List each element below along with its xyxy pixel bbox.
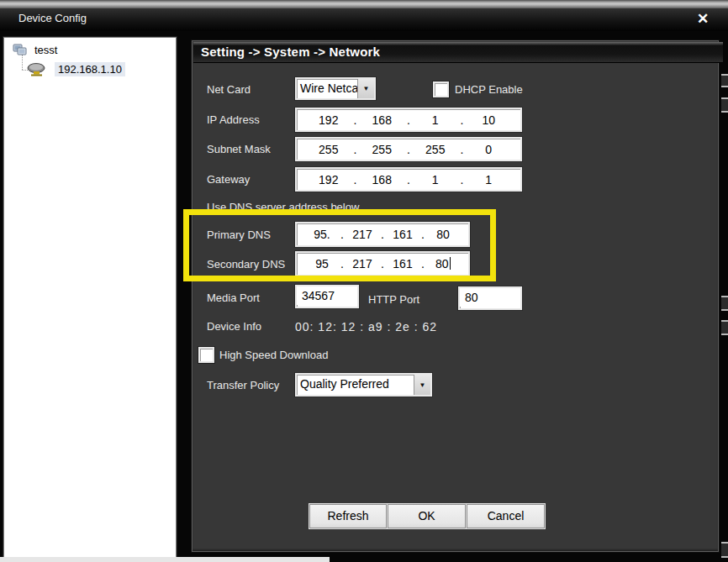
transfer-policy-dropdown[interactable]: Quality Preferred ▼ bbox=[295, 373, 432, 397]
close-icon[interactable]: ✕ bbox=[693, 10, 713, 29]
net-card-label: Net Card bbox=[207, 83, 251, 96]
device-info-label: Device Info bbox=[207, 320, 261, 333]
ip-octet: 168 bbox=[359, 173, 406, 186]
ip-octet: 95. bbox=[305, 228, 339, 241]
tree-item-device[interactable]: 192.168.1.10 bbox=[26, 60, 125, 78]
octet-separator: . bbox=[405, 173, 412, 186]
breadcrumb-header: Setting -> System -> Network bbox=[193, 42, 723, 63]
ip-address-field[interactable]: 192. 168. 1. 10 bbox=[295, 108, 522, 132]
octet-separator: . bbox=[352, 173, 359, 186]
clipped-edge-fragment bbox=[721, 320, 728, 335]
window-bottom-edge bbox=[0, 557, 330, 562]
ip-octet: 192 bbox=[305, 173, 352, 186]
ip-octet: 1 bbox=[412, 173, 459, 186]
dns-note-label: Use DNS server address below bbox=[207, 201, 359, 213]
ip-octet: 217 bbox=[346, 257, 379, 270]
octet-separator: . bbox=[459, 173, 466, 186]
net-card-value: Wire Netcard bbox=[297, 79, 357, 98]
tree-device-label: 192.168.1.10 bbox=[55, 62, 125, 76]
secondary-dns-label: Secondary DNS bbox=[207, 258, 285, 270]
tree-item-group[interactable]: tesst bbox=[13, 42, 57, 57]
refresh-button[interactable]: Refresh bbox=[309, 504, 387, 528]
octet-separator: . bbox=[405, 113, 412, 127]
device-group-icon bbox=[13, 44, 28, 56]
device-tree-panel: tesst 192.168.1.10 bbox=[3, 37, 177, 559]
transfer-policy-label: Transfer Policy bbox=[207, 379, 279, 391]
ip-octet: 95 bbox=[305, 257, 339, 270]
clipped-edge-fragment bbox=[721, 296, 728, 311]
network-settings-panel: Setting -> System -> Network Net Card Wi… bbox=[192, 40, 719, 552]
window-top-gloss bbox=[0, 0, 728, 8]
primary-dns-label: Primary DNS bbox=[207, 228, 271, 241]
octet-separator: . bbox=[352, 113, 359, 127]
ip-octet: 80 bbox=[426, 257, 460, 270]
octet-separator: . bbox=[379, 228, 386, 241]
octet-separator: . bbox=[405, 143, 412, 156]
device-info-value: 00: 12: 12 : a9 : 2e : 62 bbox=[295, 320, 437, 334]
ip-octet: 217 bbox=[346, 228, 379, 241]
device-icon bbox=[26, 62, 48, 76]
clipped-edge-fragment bbox=[721, 97, 728, 113]
net-card-dropdown[interactable]: Wire Netcard ▼ bbox=[295, 77, 376, 100]
octet-separator: . bbox=[339, 228, 346, 241]
octet-separator: . bbox=[459, 113, 466, 127]
octet-separator: . bbox=[339, 257, 346, 270]
chevron-down-icon[interactable]: ▼ bbox=[414, 375, 430, 395]
dhcp-checkbox[interactable] bbox=[433, 81, 449, 97]
ip-address-label: IP Address bbox=[207, 113, 260, 126]
chevron-down-icon[interactable]: ▼ bbox=[357, 79, 374, 98]
high-speed-download-checkbox[interactable] bbox=[198, 347, 214, 363]
octet-separator: . bbox=[459, 143, 466, 156]
http-port-input[interactable] bbox=[460, 288, 520, 307]
ip-octet: 80 bbox=[426, 228, 460, 241]
ip-octet: 0 bbox=[466, 143, 513, 156]
ip-octet: 161 bbox=[386, 257, 419, 270]
ip-octet: 255 bbox=[359, 143, 406, 156]
clipped-edge-fragment bbox=[721, 74, 728, 87]
subnet-mask-label: Subnet Mask bbox=[207, 143, 271, 155]
clipped-edge-fragment bbox=[721, 542, 728, 558]
http-port-field-frame bbox=[458, 286, 522, 310]
media-port-field-frame bbox=[295, 285, 359, 308]
http-port-label: HTTP Port bbox=[368, 293, 419, 306]
tree-group-label: tesst bbox=[34, 44, 57, 56]
cancel-button[interactable]: Cancel bbox=[467, 504, 545, 528]
media-port-input[interactable] bbox=[297, 286, 357, 305]
ip-octet: 1 bbox=[412, 113, 459, 127]
ip-octet: 168 bbox=[359, 113, 406, 127]
octet-separator: . bbox=[379, 257, 386, 270]
octet-separator: . bbox=[352, 143, 359, 156]
ip-octet: 1 bbox=[466, 173, 513, 186]
octet-separator: . bbox=[419, 228, 426, 241]
media-port-label: Media Port bbox=[207, 292, 260, 304]
gateway-field[interactable]: 192. 168. 1. 1 bbox=[295, 167, 522, 192]
transfer-policy-value: Quality Preferred bbox=[297, 375, 414, 395]
subnet-mask-field[interactable]: 255. 255. 255. 0 bbox=[295, 137, 522, 161]
primary-dns-field[interactable]: 95.. 217. 161. 80 bbox=[295, 222, 470, 247]
gateway-label: Gateway bbox=[207, 173, 250, 186]
title-bar: Device Config bbox=[0, 8, 728, 31]
secondary-dns-field[interactable]: 95. 217. 161. 80 bbox=[295, 251, 470, 276]
dhcp-label: DHCP Enable bbox=[455, 83, 523, 96]
ok-button[interactable]: OK bbox=[388, 504, 466, 528]
ip-octet: 192 bbox=[305, 113, 352, 127]
text-caret bbox=[450, 257, 451, 270]
ip-octet: 255 bbox=[412, 143, 459, 156]
ip-octet: 161 bbox=[386, 228, 419, 241]
device-config-window: Device Config ✕ tesst bbox=[0, 0, 728, 562]
ip-octet: 10 bbox=[466, 113, 513, 127]
high-speed-download-label: High Speed Download bbox=[219, 349, 328, 361]
ip-octet: 255 bbox=[305, 143, 352, 156]
window-title: Device Config bbox=[18, 12, 87, 24]
octet-separator: . bbox=[419, 257, 426, 270]
